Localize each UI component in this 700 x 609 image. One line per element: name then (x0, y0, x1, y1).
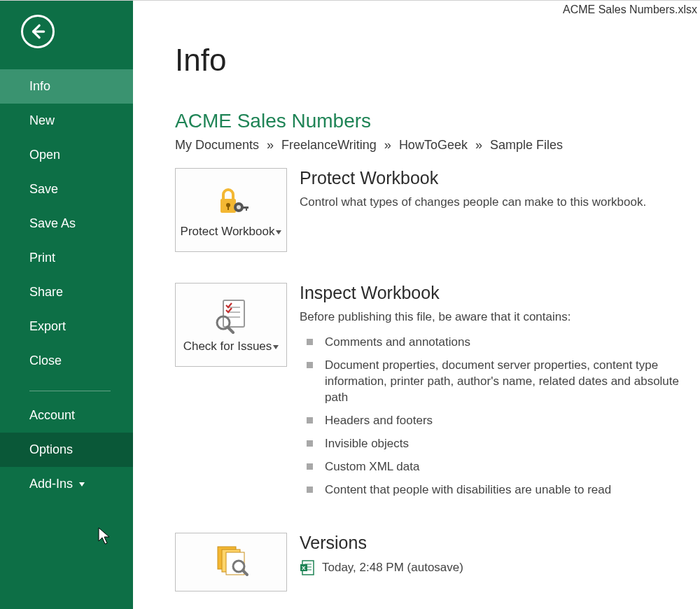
issue-item: Invisible objects (300, 433, 700, 456)
document-title: ACME Sales Numbers (175, 110, 700, 132)
arrow-left-icon (29, 22, 47, 41)
button-label: Check for Issues (183, 340, 272, 353)
issue-item: Comments and annotations (300, 331, 700, 354)
version-entry[interactable]: X Today, 2:48 PM (autosave) (300, 560, 700, 575)
manage-versions-button[interactable] (175, 533, 287, 592)
sidebar-item-new[interactable]: New (0, 104, 133, 138)
sidebar-item-label: Export (29, 319, 66, 333)
sidebar-item-label: New (29, 113, 55, 127)
breadcrumb-part[interactable]: FreelanceWriting (281, 138, 377, 152)
svg-rect-7 (246, 206, 247, 211)
section-title: Versions (300, 533, 700, 553)
breadcrumb-part[interactable]: My Documents (175, 138, 259, 152)
documents-magnifier-icon (212, 542, 250, 580)
sidebar-item-label: Add-Ins (29, 477, 73, 491)
sidebar-item-options[interactable]: Options (0, 433, 133, 467)
issue-item: Document properties, document server pro… (300, 354, 700, 410)
sidebar-item-close[interactable]: Close (0, 344, 133, 378)
versions-section: Versions X Today, 2:48 PM (autosave) (175, 533, 700, 592)
issue-item: Custom XML data (300, 456, 700, 479)
svg-text:X: X (302, 565, 306, 571)
sidebar-item-export[interactable]: Export (0, 309, 133, 344)
breadcrumb-sep: » (267, 138, 274, 152)
page-title: Info (175, 43, 700, 78)
sidebar-item-label: Account (29, 408, 75, 422)
back-button[interactable] (21, 15, 55, 48)
sidebar-items: Info New Open Save Save As Print Share E… (0, 69, 133, 501)
version-label: Today, 2:48 PM (autosave) (322, 561, 463, 575)
excel-file-icon: X (300, 560, 315, 575)
breadcrumb-part[interactable]: Sample Files (490, 138, 563, 152)
sidebar: Info New Open Save Save As Print Share E… (0, 1, 133, 609)
check-for-issues-button[interactable]: Check for Issues (175, 283, 287, 367)
svg-rect-3 (227, 206, 229, 210)
section-desc: Control what types of changes people can… (300, 195, 700, 209)
info-pane: Info ACME Sales Numbers My Documents » F… (133, 1, 700, 609)
breadcrumb: My Documents » FreelanceWriting » HowToG… (175, 138, 700, 153)
protect-workbook-button[interactable]: Protect Workbook (175, 168, 287, 252)
sidebar-separator (29, 391, 111, 391)
section-title: Protect Workbook (300, 168, 700, 188)
svg-rect-6 (241, 206, 248, 209)
breadcrumb-part[interactable]: HowToGeek (399, 138, 468, 152)
backstage-view: ACME Sales Numbers.xlsx Info New Open Sa… (0, 0, 700, 609)
sidebar-item-print[interactable]: Print (0, 241, 133, 275)
button-label: Protect Workbook (181, 225, 275, 238)
sidebar-item-label: Save (29, 182, 58, 196)
lock-key-icon (214, 182, 248, 220)
sidebar-item-open[interactable]: Open (0, 138, 133, 172)
sidebar-item-label: Save As (29, 216, 76, 230)
inspect-section: Check for Issues Inspect Workbook Before… (175, 283, 700, 502)
titlebar-filename: ACME Sales Numbers.xlsx (563, 4, 697, 16)
sidebar-item-label: Open (29, 148, 60, 162)
chevron-down-icon (276, 230, 281, 234)
sidebar-item-info[interactable]: Info (0, 69, 133, 104)
sidebar-item-save[interactable]: Save (0, 172, 133, 206)
section-desc: Before publishing this file, be aware th… (300, 310, 700, 324)
issue-item: Headers and footers (300, 410, 700, 433)
section-title: Inspect Workbook (300, 283, 700, 303)
sidebar-item-label: Print (29, 251, 55, 265)
sidebar-item-label: Close (29, 354, 62, 368)
issue-item: Content that people with disabilities ar… (300, 479, 700, 502)
sidebar-item-save-as[interactable]: Save As (0, 206, 133, 241)
sidebar-item-addins[interactable]: Add-Ins (0, 467, 133, 501)
sidebar-item-share[interactable]: Share (0, 275, 133, 309)
sidebar-item-account[interactable]: Account (0, 398, 133, 433)
breadcrumb-sep: » (384, 138, 391, 152)
sidebar-item-label: Options (29, 442, 73, 456)
svg-point-5 (237, 205, 241, 209)
sidebar-item-label: Info (29, 79, 50, 93)
issues-list: Comments and annotations Document proper… (300, 331, 700, 502)
chevron-down-icon (79, 482, 85, 486)
protect-section: Protect Workbook Protect Workbook Contro… (175, 168, 700, 252)
svg-line-13 (227, 327, 233, 332)
svg-rect-8 (223, 300, 244, 327)
checklist-magnifier-icon (212, 297, 250, 335)
chevron-down-icon (273, 345, 279, 349)
breadcrumb-sep: » (475, 138, 482, 152)
sidebar-item-label: Share (29, 285, 63, 299)
